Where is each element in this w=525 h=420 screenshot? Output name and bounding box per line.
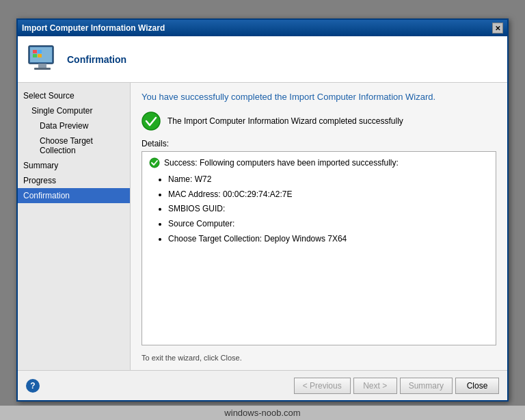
title-bar: Import Computer Information Wizard ✕ [18, 20, 507, 36]
sidebar-item-confirmation[interactable]: Confirmation [18, 188, 130, 203]
details-label: Details: [142, 139, 496, 148]
svg-rect-2 [38, 64, 46, 68]
details-check-icon [149, 157, 160, 168]
success-row: The Import Computer Information Wizard c… [142, 111, 496, 131]
list-item: MAC Address: 00:0C:29:74:A2:7E [168, 187, 489, 202]
footer-left: ? [26, 379, 40, 393]
content-area: You have successfully completed the Impo… [131, 83, 507, 370]
details-box: Success: Following computers have been i… [142, 151, 496, 345]
list-item: Name: W72 [168, 172, 489, 187]
success-check-icon [142, 111, 161, 131]
sidebar-item-summary[interactable]: Summary [18, 158, 130, 173]
list-item: SMBIOS GUID: [168, 202, 489, 217]
svg-point-8 [142, 112, 160, 130]
details-list: Name: W72MAC Address: 00:0C:29:74:A2:7ES… [149, 172, 489, 246]
sidebar-item-progress[interactable]: Progress [18, 173, 130, 188]
svg-rect-4 [33, 50, 37, 53]
watermark: windows-noob.com [0, 406, 525, 420]
footer-buttons: < Previous Next > Summary Close [294, 378, 499, 394]
svg-rect-3 [34, 68, 51, 70]
svg-rect-6 [33, 54, 37, 57]
window-close-button[interactable]: ✕ [492, 23, 503, 34]
main-content: Select Source Single Computer Data Previ… [18, 83, 507, 370]
svg-rect-7 [38, 54, 42, 57]
exit-note: To exit the wizard, click Close. [142, 354, 496, 362]
summary-button[interactable]: Summary [400, 378, 453, 394]
previous-button[interactable]: < Previous [294, 378, 351, 394]
list-item: Choose Target Collection: Deploy Windows… [168, 232, 489, 247]
help-icon[interactable]: ? [26, 379, 40, 393]
svg-rect-5 [38, 50, 42, 53]
details-success-row: Success: Following computers have been i… [149, 157, 489, 168]
sidebar-item-choose-target[interactable]: Choose Target Collection [18, 133, 130, 158]
details-success-text: Success: Following computers have been i… [164, 158, 399, 168]
window-title: Import Computer Information Wizard [22, 23, 165, 33]
close-button[interactable]: Close [455, 378, 499, 394]
footer: ? < Previous Next > Summary Close [18, 370, 507, 400]
next-button[interactable]: Next > [353, 378, 397, 394]
success-heading: You have successfully completed the Impo… [142, 91, 496, 103]
header-title: Confirmation [67, 54, 126, 65]
header-bar: Confirmation [18, 36, 507, 83]
success-subtext: The Import Computer Information Wizard c… [167, 116, 403, 126]
wizard-icon [26, 43, 59, 76]
wizard-window: Import Computer Information Wizard ✕ Con… [16, 18, 509, 402]
sidebar-item-select-source[interactable]: Select Source [18, 88, 130, 103]
sidebar-item-single-computer[interactable]: Single Computer [18, 103, 130, 118]
list-item: Source Computer: [168, 217, 489, 232]
sidebar-item-data-preview[interactable]: Data Preview [18, 118, 130, 133]
sidebar: Select Source Single Computer Data Previ… [18, 83, 131, 370]
